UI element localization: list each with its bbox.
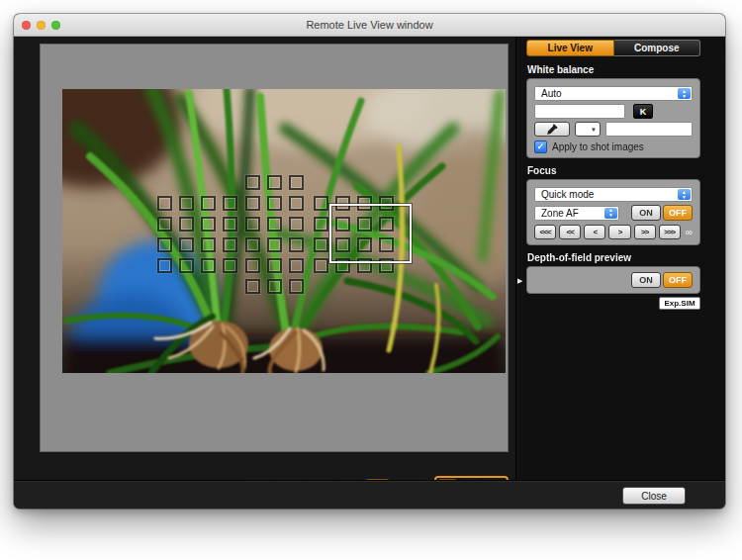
- af-point[interactable]: [267, 175, 282, 190]
- dof-group: ON OFF: [526, 266, 700, 294]
- focus-far-2-button[interactable]: <<: [559, 225, 581, 239]
- live-view-canvas: [40, 44, 509, 452]
- focus-near-1-button[interactable]: >: [608, 225, 630, 239]
- apply-to-shot-label: Apply to shot images: [552, 141, 644, 152]
- wb-preset-value: Auto: [541, 88, 562, 99]
- focus-group: Quick mode ▲▼ Zone AF ▲▼: [526, 179, 700, 245]
- af-point[interactable]: [201, 258, 216, 273]
- infinity-icon: ∞: [686, 227, 693, 237]
- panel-disclosure-icon[interactable]: ▶: [517, 277, 522, 285]
- af-point[interactable]: [157, 196, 172, 211]
- zoom-window-icon[interactable]: [51, 21, 60, 30]
- traffic-lights: [22, 14, 60, 36]
- bottom-bar: Close: [14, 480, 725, 509]
- af-point[interactable]: [201, 217, 216, 232]
- af-point[interactable]: [267, 237, 282, 252]
- close-button[interactable]: Close: [622, 487, 686, 505]
- focus-header: Focus: [526, 162, 700, 179]
- eyedropper-icon: [546, 124, 558, 136]
- af-point[interactable]: [289, 237, 304, 252]
- af-point[interactable]: [179, 258, 194, 273]
- af-point[interactable]: [267, 279, 282, 294]
- focus-far-1-button[interactable]: <: [584, 225, 605, 239]
- close-window-icon[interactable]: [22, 21, 31, 30]
- af-point[interactable]: [245, 279, 260, 294]
- af-point[interactable]: [289, 258, 304, 273]
- panel-tabs: Live View Compose: [526, 40, 700, 56]
- dof-header: Depth-of-field preview: [526, 249, 700, 266]
- focus-mode-value: Quick mode: [541, 189, 594, 200]
- af-zone-frame[interactable]: [329, 204, 412, 263]
- af-point[interactable]: [245, 217, 260, 232]
- stepper-icon: ▲▼: [604, 208, 617, 219]
- af-point[interactable]: [245, 196, 260, 211]
- stepper-icon: ▲▼: [678, 88, 691, 99]
- live-view-image[interactable]: [62, 89, 506, 373]
- window-content: AUTO: [14, 37, 725, 481]
- window-title: Remote Live View window: [306, 19, 432, 31]
- af-point[interactable]: [179, 237, 194, 252]
- stepper-icon: ▲▼: [678, 189, 691, 200]
- remote-live-view-window: Remote Live View window: [14, 14, 725, 509]
- af-point[interactable]: [289, 279, 304, 294]
- af-point[interactable]: [267, 196, 282, 211]
- af-point[interactable]: [157, 237, 172, 252]
- exp-sim-badge: Exp.SIM: [659, 297, 700, 310]
- af-point[interactable]: [179, 196, 194, 211]
- af-point[interactable]: [201, 237, 216, 252]
- af-point[interactable]: [289, 196, 304, 211]
- af-point[interactable]: [179, 217, 194, 232]
- wb-custom-input[interactable]: [605, 122, 693, 137]
- af-grid-layer: [62, 89, 506, 373]
- af-point[interactable]: [157, 217, 172, 232]
- focus-mode-select[interactable]: Quick mode ▲▼: [534, 187, 693, 202]
- dof-on-button[interactable]: ON: [631, 272, 661, 288]
- af-area-select[interactable]: Zone AF ▲▼: [534, 206, 619, 221]
- focus-near-3-button[interactable]: >>>: [659, 225, 681, 239]
- af-off-button[interactable]: OFF: [663, 205, 693, 221]
- af-point[interactable]: [289, 175, 304, 190]
- minimize-window-icon[interactable]: [37, 21, 46, 30]
- af-point[interactable]: [267, 217, 282, 232]
- af-point[interactable]: [223, 196, 237, 211]
- title-bar[interactable]: Remote Live View window: [14, 14, 725, 37]
- wb-kelvin-button[interactable]: K: [633, 104, 653, 119]
- af-point[interactable]: [223, 258, 237, 273]
- af-point[interactable]: [223, 217, 237, 232]
- af-point[interactable]: [314, 217, 328, 232]
- white-balance-header: White balance: [526, 61, 700, 78]
- af-point[interactable]: [223, 237, 237, 252]
- af-point[interactable]: [314, 196, 328, 211]
- focus-far-3-button[interactable]: <<<: [534, 225, 556, 239]
- af-point[interactable]: [245, 258, 260, 273]
- focus-near-2-button[interactable]: >>: [634, 225, 656, 239]
- af-on-button[interactable]: ON: [631, 205, 661, 221]
- apply-to-shot-checkbox[interactable]: ✓: [534, 140, 547, 153]
- af-point[interactable]: [245, 175, 260, 190]
- control-panel: ▶ Live View Compose White balance Auto ▲…: [515, 37, 725, 481]
- wb-preset-select[interactable]: Auto ▲▼: [534, 86, 693, 101]
- af-point[interactable]: [267, 258, 282, 273]
- wb-kelvin-input[interactable]: [534, 104, 625, 119]
- white-balance-group: Auto ▲▼ K: [526, 78, 700, 158]
- af-area-value: Zone AF: [541, 208, 579, 219]
- af-point[interactable]: [314, 258, 328, 273]
- af-point[interactable]: [245, 237, 260, 252]
- af-point[interactable]: [201, 196, 216, 211]
- focus-nav-row: <<< << < > >> >>> ∞: [534, 225, 693, 239]
- wb-eyedropper-button[interactable]: [534, 122, 570, 137]
- af-point[interactable]: [289, 217, 304, 232]
- af-point[interactable]: [314, 237, 328, 252]
- wb-custom-dropdown[interactable]: ▼: [575, 122, 601, 137]
- tab-compose[interactable]: Compose: [614, 40, 701, 56]
- tab-live-view[interactable]: Live View: [526, 40, 614, 56]
- dropdown-arrow-icon: ▼: [591, 127, 597, 133]
- dof-off-button[interactable]: OFF: [663, 272, 693, 288]
- af-point[interactable]: [157, 258, 172, 273]
